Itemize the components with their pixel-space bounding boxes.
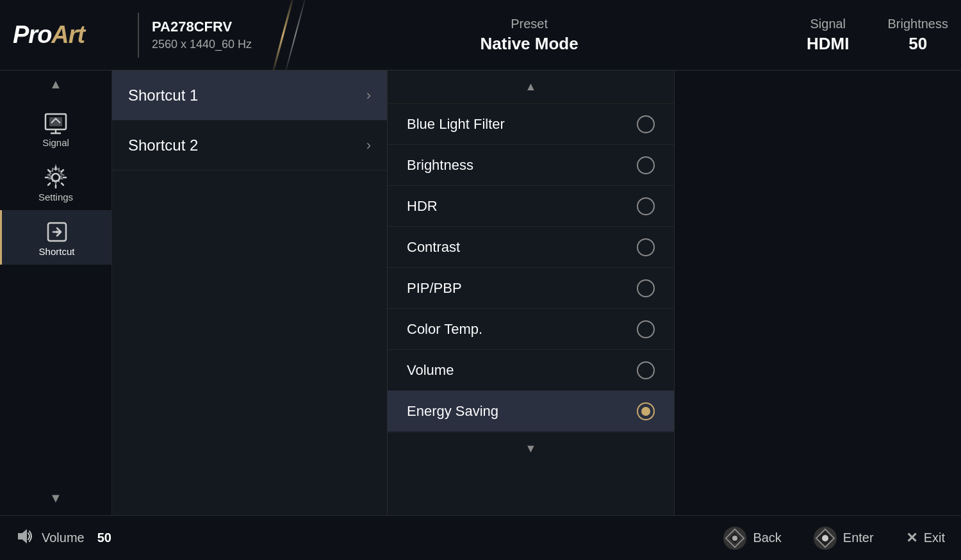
- svg-point-9: [732, 536, 737, 541]
- brightness-option-label: Brightness: [407, 157, 473, 174]
- blue-light-filter-label: Blue Light Filter: [407, 116, 505, 133]
- footer-volume-value: 50: [97, 531, 111, 545]
- footer-nav: Back Enter ✕ Exit: [144, 527, 945, 550]
- back-label: Back: [753, 531, 781, 545]
- right-up-arrow: ▲: [525, 80, 537, 94]
- contrast-label: Contrast: [407, 239, 460, 256]
- sidebar-item-shortcut[interactable]: Shortcut: [0, 210, 111, 265]
- back-icon: [723, 527, 746, 550]
- speaker-icon: [16, 527, 34, 545]
- menu-item-shortcut2[interactable]: Shortcut 2 ›: [112, 120, 387, 170]
- shortcut2-label: Shortcut 2: [128, 136, 198, 154]
- hdr-label: HDR: [407, 198, 438, 215]
- enter-button[interactable]: Enter: [814, 527, 874, 550]
- volume-radio: [637, 361, 655, 379]
- energy-saving-radio: [637, 402, 655, 420]
- pip-pbp-label: PIP/PBP: [407, 280, 462, 297]
- svg-point-6: [56, 231, 58, 233]
- svg-point-12: [822, 535, 828, 541]
- exit-label: Exit: [924, 531, 945, 545]
- energy-saving-label: Energy Saving: [407, 403, 498, 420]
- signal-icon: [42, 109, 70, 137]
- far-right-panel: [675, 70, 961, 515]
- back-button[interactable]: Back: [723, 527, 781, 550]
- signal-value: HDMI: [807, 34, 849, 54]
- option-color-temp[interactable]: Color Temp.: [388, 309, 674, 350]
- enter-icon: [814, 527, 837, 550]
- sidebar-shortcut-label: Shortcut: [39, 246, 75, 257]
- menu-item-shortcut1[interactable]: Shortcut 1 ›: [112, 70, 387, 120]
- logo-area: ProArt: [13, 21, 125, 49]
- option-contrast[interactable]: Contrast: [388, 227, 674, 268]
- sidebar-item-settings[interactable]: Settings: [0, 156, 111, 210]
- logo: ProArt: [13, 21, 85, 49]
- volume-option-label: Volume: [407, 362, 454, 379]
- footer: Volume 50 Back Enter ✕: [0, 515, 961, 560]
- preset-label: Preset: [511, 17, 548, 31]
- footer-volume-area: Volume 50: [16, 527, 144, 549]
- header-right: Signal HDMI Brightness 50: [807, 17, 948, 54]
- brightness-radio: [637, 156, 655, 174]
- pip-pbp-radio: [637, 279, 655, 297]
- header-center: Preset Native Mode: [252, 17, 807, 54]
- option-blue-light-filter[interactable]: Blue Light Filter: [388, 104, 674, 145]
- footer-volume-label: Volume: [42, 531, 85, 545]
- brightness-label: Brightness: [888, 17, 949, 31]
- shortcut-icon: [43, 218, 71, 246]
- enter-label: Enter: [843, 531, 874, 545]
- option-hdr[interactable]: HDR: [388, 186, 674, 227]
- right-scroll-down[interactable]: ▼: [388, 432, 674, 465]
- svg-marker-7: [19, 531, 26, 542]
- sidebar-settings-label: Settings: [38, 192, 73, 202]
- logo-art: Art: [51, 21, 85, 48]
- blue-light-filter-radio: [637, 115, 655, 133]
- sidebar-scroll-down[interactable]: ▼: [49, 481, 62, 515]
- hdr-radio: [637, 197, 655, 215]
- monitor-resolution: 2560 x 1440_60 Hz: [152, 38, 252, 51]
- sidebar-item-signal[interactable]: Signal: [0, 101, 111, 156]
- monitor-info: PA278CFRV 2560 x 1440_60 Hz: [152, 19, 252, 51]
- color-temp-label: Color Temp.: [407, 321, 482, 338]
- signal-stat: Signal HDMI: [807, 17, 849, 54]
- shortcut2-arrow: ›: [366, 137, 371, 154]
- enter-nav-icon: [814, 527, 837, 550]
- right-scroll-up[interactable]: ▲: [388, 70, 674, 104]
- sidebar-signal-label: Signal: [42, 137, 69, 148]
- brightness-value: 50: [908, 34, 927, 54]
- energy-saving-radio-inner: [641, 407, 650, 416]
- contrast-radio: [637, 238, 655, 256]
- header: ProArt PA278CFRV 2560 x 1440_60 Hz Prese…: [0, 0, 961, 70]
- right-panel: ▲ Blue Light Filter Brightness HDR Contr…: [388, 70, 675, 515]
- sidebar-scroll-up[interactable]: ▲: [49, 77, 62, 92]
- signal-label: Signal: [810, 17, 846, 31]
- sidebar: ▲ Signal Settings: [0, 70, 112, 515]
- option-brightness[interactable]: Brightness: [388, 145, 674, 186]
- preset-value: Native Mode: [481, 34, 579, 54]
- option-pip-pbp[interactable]: PIP/PBP: [388, 268, 674, 309]
- option-volume[interactable]: Volume: [388, 350, 674, 391]
- brightness-stat: Brightness 50: [888, 17, 949, 54]
- gear-icon: [42, 163, 70, 192]
- logo-pro: Pro: [13, 21, 51, 48]
- middle-panel: Shortcut 1 › Shortcut 2 ›: [112, 70, 388, 515]
- right-down-arrow: ▼: [525, 442, 537, 456]
- main-layout: ▲ Signal Settings: [0, 70, 961, 515]
- exit-x-icon: ✕: [906, 530, 917, 547]
- color-temp-radio: [637, 320, 655, 338]
- header-divider: [138, 13, 139, 58]
- back-nav-icon: [723, 527, 746, 550]
- exit-button[interactable]: ✕ Exit: [906, 530, 945, 547]
- option-energy-saving[interactable]: Energy Saving: [388, 391, 674, 432]
- monitor-model: PA278CFRV: [152, 19, 252, 35]
- shortcut1-arrow: ›: [366, 87, 371, 104]
- volume-icon: [16, 527, 34, 549]
- shortcut1-label: Shortcut 1: [128, 86, 198, 104]
